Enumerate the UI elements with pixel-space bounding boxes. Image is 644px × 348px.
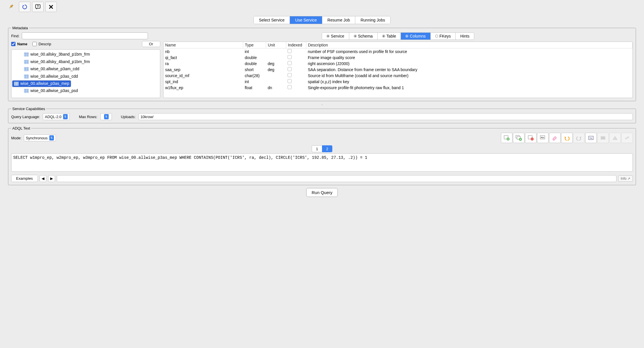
col-name: spt_ind xyxy=(163,79,243,85)
main-tab-running-jobs[interactable]: Running Jobs xyxy=(355,16,390,24)
redo-icon xyxy=(576,135,582,140)
info-button[interactable]: Info ↗ xyxy=(618,175,633,182)
svg-rect-2 xyxy=(24,52,29,56)
columns-panel[interactable]: Name Type Unit Indexed Description nbint… xyxy=(163,42,633,98)
chevron-updown-icon: ⇅ xyxy=(104,114,109,119)
insert-columns-button[interactable]: COLS xyxy=(597,133,609,143)
col-unit xyxy=(266,73,286,79)
table-tree-item[interactable]: wise_00.allwise_p3am_cdd xyxy=(12,65,159,73)
col-name: source_id_mf xyxy=(163,73,243,79)
mode-select[interactable]: Synchronous ⇅ xyxy=(24,134,56,141)
pin-button[interactable] xyxy=(6,2,17,12)
reload-icon xyxy=(22,4,28,10)
view-tab-schema[interactable]: Schema xyxy=(349,33,378,40)
col-unit: deg xyxy=(266,67,286,73)
col-header-description[interactable]: Description xyxy=(306,42,632,48)
radio-icon xyxy=(327,35,329,38)
query-language-select[interactable]: ADQL-2.0 ⇅ xyxy=(43,113,70,120)
col-type: double xyxy=(243,54,266,60)
view-tab-hints[interactable]: Hints xyxy=(456,33,474,40)
fix-button[interactable] xyxy=(621,133,633,143)
indexed-checkbox[interactable] xyxy=(288,85,292,89)
column-row[interactable]: nbintnumber of PSF components used in pr… xyxy=(163,48,633,55)
examples-button[interactable]: Examples xyxy=(11,175,38,182)
view-tab-table[interactable]: Table xyxy=(378,33,401,40)
next-example-button[interactable]: ▶ xyxy=(48,175,55,182)
close-button[interactable] xyxy=(45,2,57,12)
query-language-label: Query Language: xyxy=(11,115,40,119)
col-type: int xyxy=(243,48,266,55)
table-tree-item[interactable]: wise_00.allsky_3band_p1bm_frm xyxy=(12,51,159,58)
column-row[interactable]: radoubledegright ascension (J2000) xyxy=(163,60,633,67)
table-tree-item[interactable]: wise_00.allwise_p3as_psd xyxy=(12,87,159,95)
adql-query-input[interactable] xyxy=(11,153,633,172)
query-page-tab-1[interactable]: 1 xyxy=(312,145,322,152)
prev-example-button[interactable]: ◀ xyxy=(40,175,46,182)
run-query-button[interactable]: Run Query xyxy=(306,188,338,197)
max-rows-select[interactable]: ⇅ xyxy=(100,113,112,120)
indexed-checkbox[interactable] xyxy=(288,79,292,83)
col-header-indexed[interactable]: Indexed xyxy=(286,42,306,48)
col-description: Single-exposure profile-fit photometry r… xyxy=(306,85,632,91)
indexed-checkbox[interactable] xyxy=(288,73,292,77)
find-input[interactable] xyxy=(22,32,148,39)
help-icon: ? xyxy=(35,4,41,10)
main-tab-use-service[interactable]: Use Service xyxy=(290,16,322,24)
view-tab-fkeys[interactable]: FKeys xyxy=(431,33,456,40)
chevron-updown-icon: ⇅ xyxy=(49,135,54,140)
eraser-icon xyxy=(552,135,558,140)
clear-button[interactable] xyxy=(549,133,561,143)
col-description: number of PSF components used in profile… xyxy=(306,48,632,55)
col-name: saa_sep xyxy=(163,67,243,73)
redo-button[interactable] xyxy=(573,133,585,143)
validate-button[interactable]: ! xyxy=(609,133,621,143)
table-tree-item[interactable]: wise_00.allwise_p3as_cdd xyxy=(12,73,159,80)
col-header-type[interactable]: Type xyxy=(243,42,266,48)
edit-title-button[interactable]: Abc xyxy=(537,133,549,143)
max-rows-label: Max Rows: xyxy=(79,115,97,119)
insert-table-button[interactable]: TBL xyxy=(585,133,597,143)
indexed-checkbox[interactable] xyxy=(288,67,292,71)
main-tab-select-service[interactable]: Select Service xyxy=(254,16,290,24)
indexed-checkbox[interactable] xyxy=(288,61,292,65)
table-icon xyxy=(24,67,29,71)
column-row[interactable]: qi_factdoubleFrame image quality score xyxy=(163,54,633,60)
or-button[interactable]: Or xyxy=(142,41,160,47)
find-label: Find: xyxy=(11,34,19,38)
column-row[interactable]: spt_indintspatial (x,y,z) index key xyxy=(163,79,633,85)
col-header-unit[interactable]: Unit xyxy=(266,42,286,48)
add-tab-button[interactable] xyxy=(501,133,512,143)
main-tab-resume-job[interactable]: Resume Job xyxy=(322,16,356,24)
name-checkbox[interactable] xyxy=(11,42,15,46)
help-button[interactable]: ? xyxy=(32,2,44,12)
view-tab-service[interactable]: Service xyxy=(322,33,349,40)
view-tab-columns[interactable]: Columns xyxy=(401,33,430,40)
undo-icon xyxy=(564,135,570,140)
col-header-name[interactable]: Name xyxy=(163,42,243,48)
descrip-checkbox[interactable] xyxy=(32,42,37,46)
edit-title-icon: Abc xyxy=(540,135,546,141)
undo-button[interactable] xyxy=(561,133,573,143)
add-tab-icon xyxy=(504,135,510,141)
column-row[interactable]: saa_sepshortdegSAA separation. Distance … xyxy=(163,67,633,73)
table-icon xyxy=(24,75,29,79)
reload-button[interactable] xyxy=(19,2,30,12)
table-tree[interactable]: wise_00.allsky_3band_p1bm_frmwise_00.all… xyxy=(11,49,160,98)
indexed-checkbox[interactable] xyxy=(288,55,292,59)
indexed-checkbox[interactable] xyxy=(288,49,292,53)
column-row[interactable]: w1flux_epfloatdnSingle-exposure profile-… xyxy=(163,85,633,91)
query-page-tabs: 12 xyxy=(11,145,633,152)
remove-tab-button[interactable] xyxy=(525,133,536,143)
mode-value: Synchronous xyxy=(26,136,48,140)
adql-legend: ADQL Text xyxy=(11,126,31,130)
splitter-handle[interactable]: ○ xyxy=(8,103,636,106)
table-tree-label: wise_00.allsky_4band_p1bm_frm xyxy=(30,59,90,65)
table-tree-item[interactable]: wise_00.allwise_p3as_mep xyxy=(12,80,71,87)
copy-tab-button[interactable] xyxy=(513,133,524,143)
column-row[interactable]: source_id_mfchar(28)Source id from Multi… xyxy=(163,73,633,79)
uploads-field[interactable]: 10krow/ xyxy=(138,113,633,120)
table-tree-item[interactable]: wise_00.allsky_4band_p1bm_frm xyxy=(12,58,159,66)
view-tab-label: Columns xyxy=(410,34,426,38)
query-page-tab-2[interactable]: 2 xyxy=(322,145,332,152)
col-unit xyxy=(266,79,286,85)
